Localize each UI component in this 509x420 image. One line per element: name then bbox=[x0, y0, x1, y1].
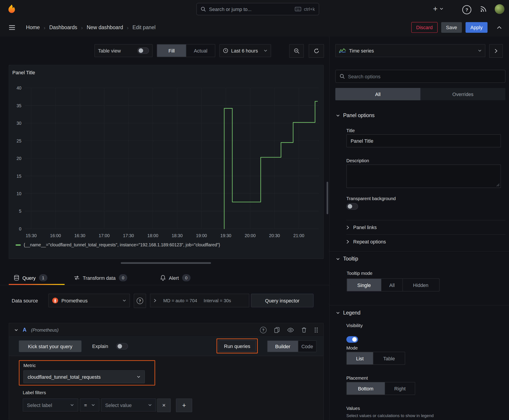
query-row-header[interactable]: A (Prometheus) ? bbox=[9, 323, 323, 337]
apply-button[interactable]: Apply bbox=[465, 22, 487, 33]
plus-icon: + bbox=[182, 402, 186, 409]
breadcrumb-bar: Home › Dashboards › New dashboard › Edit… bbox=[0, 18, 509, 37]
run-queries-button[interactable]: Run queries bbox=[218, 340, 256, 352]
add-filter-button[interactable]: + bbox=[176, 398, 192, 412]
description-textarea[interactable] bbox=[346, 165, 501, 188]
vertical-scrollbar[interactable] bbox=[327, 182, 328, 214]
tab-overrides[interactable]: Overrides bbox=[420, 88, 505, 100]
visualization-name: Time series bbox=[349, 48, 374, 53]
grafana-logo-icon[interactable] bbox=[7, 4, 17, 14]
svg-text:18:30: 18:30 bbox=[172, 233, 183, 238]
resize-corner-icon bbox=[496, 183, 500, 187]
viz-expand-button[interactable] bbox=[489, 44, 503, 58]
news-button[interactable] bbox=[480, 6, 487, 13]
zoom-out-button[interactable] bbox=[289, 44, 304, 58]
tab-all[interactable]: All bbox=[335, 88, 420, 100]
time-series-chart[interactable]: 051015202530354015:3016:0016:3017:0017:3… bbox=[12, 82, 320, 242]
section-divider bbox=[329, 251, 509, 252]
collapse-button[interactable] bbox=[497, 26, 502, 29]
query-help-icon[interactable]: ? bbox=[260, 327, 267, 333]
visibility-toggle[interactable] bbox=[346, 336, 358, 343]
tab-query[interactable]: Query 1 bbox=[9, 271, 65, 284]
repeat-options-row[interactable]: Repeat options bbox=[346, 234, 505, 249]
add-menu-button[interactable]: + bbox=[433, 5, 443, 13]
tooltip-single-option[interactable]: Single bbox=[347, 279, 381, 291]
query-editor-body: Metric cloudflared_tunnel_total_requests… bbox=[9, 356, 323, 420]
legend-label[interactable]: {__name__="cloudflared_tunnel_total_requ… bbox=[24, 242, 220, 247]
mode-list-option[interactable]: List bbox=[347, 352, 373, 364]
explain-toggle[interactable] bbox=[116, 343, 128, 350]
user-avatar[interactable] bbox=[495, 4, 504, 14]
values-description: Select values or calculations to show in… bbox=[346, 413, 433, 418]
fill-option[interactable]: Fill bbox=[157, 45, 186, 57]
chart-legend[interactable]: {__name__="cloudflared_tunnel_total_requ… bbox=[15, 242, 220, 247]
metric-value: cloudflared_tunnel_total_requests bbox=[28, 374, 101, 380]
filter-operator-value: = bbox=[84, 402, 87, 408]
datasource-picker[interactable]: Prometheus bbox=[48, 294, 130, 307]
breadcrumb: Home › Dashboards › New dashboard › Edit… bbox=[26, 18, 156, 37]
global-search[interactable]: Search or jump to... ctrl+k bbox=[196, 3, 319, 15]
help-button[interactable]: ? bbox=[462, 5, 471, 14]
visualization-picker[interactable]: Time series bbox=[335, 44, 485, 57]
kickstart-button[interactable]: Kick start your query bbox=[19, 340, 82, 352]
drag-handle-icon[interactable] bbox=[314, 327, 318, 333]
breadcrumb-item-dashboards[interactable]: Dashboards bbox=[49, 25, 77, 30]
discard-button[interactable]: Discard bbox=[411, 22, 438, 33]
chevron-down-icon[interactable] bbox=[14, 328, 18, 332]
time-range-picker[interactable]: Last 6 hours bbox=[220, 44, 271, 57]
panel-preview[interactable]: Panel Title 051015202530354015:3016:0016… bbox=[9, 65, 324, 259]
metric-select[interactable]: cloudflared_tunnel_total_requests bbox=[23, 370, 145, 383]
chevron-down-icon bbox=[91, 403, 95, 407]
placement-bottom-option[interactable]: Bottom bbox=[347, 382, 385, 395]
actual-option[interactable]: Actual bbox=[186, 45, 215, 57]
section-tooltip[interactable]: Tooltip bbox=[336, 256, 358, 262]
tab-alert-label: Alert bbox=[169, 275, 179, 281]
tab-transform[interactable]: Transform data 0 bbox=[69, 271, 144, 284]
builder-option[interactable]: Builder bbox=[267, 341, 298, 352]
options-search[interactable]: Search options bbox=[335, 70, 505, 83]
refresh-icon bbox=[313, 48, 319, 54]
tooltip-mode-label: Tooltip mode bbox=[347, 270, 372, 276]
trash-icon[interactable] bbox=[302, 327, 307, 333]
breadcrumb-item-new-dashboard[interactable]: New dashboard bbox=[87, 25, 123, 30]
code-option[interactable]: Code bbox=[298, 341, 316, 352]
horizontal-resize-handle[interactable] bbox=[121, 262, 211, 264]
mode-table-option[interactable]: Table bbox=[373, 352, 405, 364]
chevron-up-icon bbox=[497, 26, 502, 29]
panel-links-row[interactable]: Panel links bbox=[346, 220, 505, 234]
transparent-background-toggle[interactable] bbox=[346, 203, 358, 210]
table-view-toggle[interactable] bbox=[137, 47, 149, 54]
save-button[interactable]: Save bbox=[441, 22, 462, 33]
tooltip-all-option[interactable]: All bbox=[381, 279, 403, 291]
breadcrumb-item-home[interactable]: Home bbox=[26, 25, 40, 30]
search-placeholder: Search or jump to... bbox=[209, 6, 251, 12]
filter-value-select[interactable]: Select value bbox=[101, 398, 156, 412]
panel-title-input[interactable] bbox=[346, 134, 501, 147]
prometheus-icon bbox=[52, 297, 58, 304]
breadcrumb-item-edit-panel: Edit panel bbox=[132, 25, 156, 30]
tooltip-hidden-option[interactable]: Hidden bbox=[403, 279, 439, 291]
chevron-down-icon bbox=[478, 49, 482, 52]
table-view-label: Table view bbox=[98, 48, 121, 53]
chevron-right-icon bbox=[494, 49, 498, 53]
filter-label-select[interactable]: Select label bbox=[23, 398, 78, 412]
refresh-button[interactable] bbox=[309, 44, 324, 58]
query-options-strip[interactable]: MD = auto = 704 Interval = 30s bbox=[150, 294, 249, 307]
query-inspector-button[interactable]: Query inspector bbox=[251, 294, 313, 307]
eye-icon[interactable] bbox=[287, 328, 294, 332]
menu-toggle[interactable] bbox=[9, 25, 15, 30]
fill-actual-segment: Fill Actual bbox=[157, 44, 215, 57]
duplicate-icon[interactable] bbox=[274, 327, 279, 333]
datasource-help-button[interactable]: ? bbox=[134, 294, 146, 308]
placement-right-option[interactable]: Right bbox=[385, 382, 415, 395]
top-nav: Search or jump to... ctrl+k + ? bbox=[0, 0, 509, 19]
svg-text:17:30: 17:30 bbox=[123, 233, 134, 238]
placement-label: Placement bbox=[346, 375, 368, 381]
query-ref-datasource: (Prometheus) bbox=[31, 327, 59, 332]
section-panel-options[interactable]: Panel options bbox=[336, 113, 375, 119]
tab-alert[interactable]: Alert 0 bbox=[155, 271, 198, 284]
remove-filter-button[interactable]: × bbox=[157, 398, 171, 412]
filter-operator-select[interactable]: = bbox=[80, 398, 99, 412]
section-legend[interactable]: Legend bbox=[336, 310, 360, 316]
chevron-down-icon bbox=[137, 375, 140, 379]
